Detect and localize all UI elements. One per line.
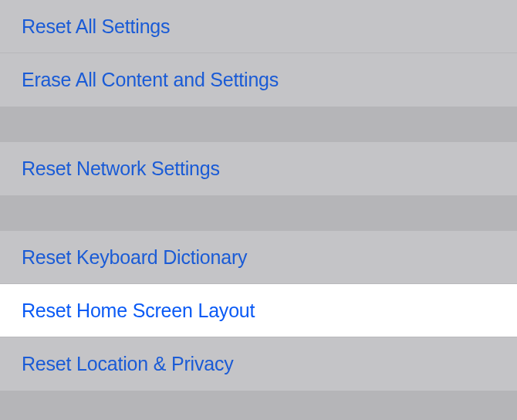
settings-group-3: Reset Keyboard Dictionary Reset Home Scr… (0, 231, 517, 391)
settings-group-1: Reset All Settings Erase All Content and… (0, 0, 517, 107)
row-reset-keyboard-dictionary[interactable]: Reset Keyboard Dictionary (0, 231, 517, 284)
row-reset-network-settings[interactable]: Reset Network Settings (0, 142, 517, 195)
settings-group-2: Reset Network Settings (0, 142, 517, 195)
row-label: Reset Network Settings (22, 158, 220, 180)
row-label: Erase All Content and Settings (22, 69, 279, 91)
row-label: Reset Keyboard Dictionary (22, 246, 247, 269)
row-label: Reset All Settings (22, 15, 170, 38)
section-gap (0, 195, 517, 231)
section-gap (0, 107, 517, 142)
row-reset-home-screen-layout[interactable]: Reset Home Screen Layout (0, 284, 517, 337)
row-reset-location-privacy[interactable]: Reset Location & Privacy (0, 337, 517, 391)
row-erase-all-content-and-settings[interactable]: Erase All Content and Settings (0, 53, 517, 107)
row-reset-all-settings[interactable]: Reset All Settings (0, 0, 517, 53)
row-label: Reset Location & Privacy (22, 353, 234, 375)
row-label: Reset Home Screen Layout (22, 300, 255, 322)
